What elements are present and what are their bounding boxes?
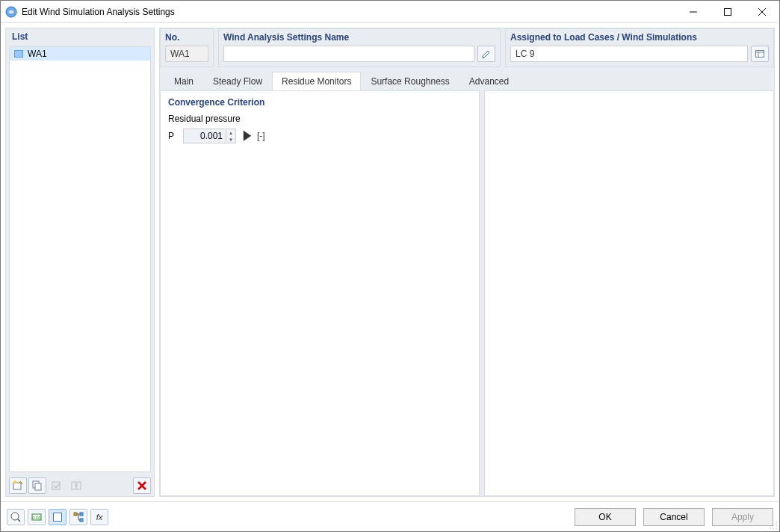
svg-rect-16 (756, 51, 764, 58)
dialog-window: Edit Wind Simulation Analysis Settings L… (0, 0, 780, 532)
function-button[interactable]: fx (90, 509, 108, 525)
no-field (165, 46, 208, 62)
tab-residue-monitors[interactable]: Residue Monitors (272, 72, 361, 90)
assigned-group: Assigned to Load Cases / Wind Simulation… (505, 28, 774, 67)
svg-rect-27 (80, 519, 83, 522)
no-label: No. (165, 32, 208, 43)
residual-pressure-spinner[interactable]: ▲ ▼ (183, 129, 236, 143)
svg-rect-24 (54, 513, 62, 521)
svg-point-34 (776, 525, 777, 526)
svg-point-35 (770, 528, 771, 529)
list-toolbar (6, 475, 154, 496)
tabs: Main Steady Flow Residue Monitors Surfac… (160, 72, 774, 90)
param-symbol: P (168, 131, 179, 141)
assigned-field[interactable] (510, 46, 748, 62)
content-pane-main: Convergence Criterion Residual pressure … (160, 90, 480, 496)
unit-label: [-] (257, 131, 265, 141)
list-panel: List WA1 (5, 28, 155, 497)
content-pane-side (484, 90, 774, 496)
check-item-button (48, 477, 66, 494)
spinner-up-button[interactable]: ▲ (226, 129, 235, 136)
tab-advanced[interactable]: Advanced (459, 72, 519, 90)
units-button[interactable]: 0.00 (28, 509, 46, 525)
copy-item-button[interactable] (28, 477, 46, 494)
svg-line-21 (18, 519, 21, 522)
header-fields-row: No. Wind Analysis Settings Name (160, 28, 774, 67)
tree-view-button[interactable] (69, 509, 87, 525)
edit-name-button[interactable] (477, 46, 495, 62)
list-header: List (6, 28, 154, 46)
help-button[interactable] (7, 509, 25, 525)
link-item-button (67, 477, 85, 494)
svg-point-33 (773, 525, 774, 526)
svg-rect-8 (35, 483, 41, 490)
section-title: Convergence Criterion (168, 97, 471, 108)
svg-rect-10 (72, 482, 75, 489)
residual-pressure-label: Residual pressure (168, 114, 471, 124)
main-panel: No. Wind Analysis Settings Name (159, 28, 775, 497)
minimize-button[interactable] (676, 1, 711, 22)
delete-item-button[interactable] (133, 477, 151, 494)
tab-main[interactable]: Main (164, 72, 203, 90)
residual-pressure-row: P ▲ ▼ [-] (168, 129, 471, 143)
tab-surface-roughness[interactable]: Surface Roughness (361, 72, 459, 90)
name-field[interactable] (223, 46, 474, 62)
content-row: Convergence Criterion Residual pressure … (160, 90, 774, 496)
dialog-body: List WA1 (1, 23, 779, 501)
list-item[interactable]: WA1 (10, 47, 150, 61)
list-body[interactable]: WA1 (9, 46, 151, 472)
window-title: Edit Wind Simulation Analysis Settings (22, 7, 676, 17)
value-menu-button[interactable] (242, 129, 253, 143)
dialog-footer: 0.00 fx OK Cancel Apply (1, 501, 779, 531)
svg-rect-11 (77, 482, 81, 489)
close-button[interactable] (745, 1, 779, 22)
svg-text:0.00: 0.00 (32, 515, 41, 519)
svg-rect-26 (80, 513, 83, 516)
ok-button[interactable]: OK (575, 508, 636, 526)
list-item-label: WA1 (28, 49, 47, 59)
new-item-button[interactable] (9, 477, 27, 494)
cancel-button[interactable]: Cancel (643, 508, 705, 526)
svg-rect-2 (725, 8, 731, 15)
svg-point-32 (776, 522, 777, 523)
window-controls (676, 1, 779, 22)
svg-point-36 (773, 528, 774, 529)
maximize-button[interactable] (711, 1, 745, 22)
name-label: Wind Analysis Settings Name (223, 32, 495, 43)
svg-point-37 (776, 528, 777, 529)
assigned-browse-button[interactable] (751, 46, 769, 62)
svg-rect-25 (74, 513, 77, 516)
assigned-label: Assigned to Load Cases / Wind Simulation… (510, 32, 769, 43)
name-group: Wind Analysis Settings Name (218, 28, 501, 67)
svg-text:fx: fx (96, 513, 103, 522)
view-toggle-button[interactable] (49, 509, 66, 525)
no-group: No. (160, 28, 214, 67)
svg-point-6 (13, 480, 16, 483)
residual-pressure-input[interactable] (184, 129, 226, 143)
resize-grip-icon[interactable] (769, 521, 778, 530)
tab-steady-flow[interactable]: Steady Flow (203, 72, 272, 90)
titlebar: Edit Wind Simulation Analysis Settings (1, 1, 779, 23)
svg-marker-19 (244, 131, 252, 141)
spinner-down-button[interactable]: ▼ (226, 136, 235, 143)
apply-button: Apply (712, 508, 773, 526)
list-item-color-icon (14, 50, 23, 58)
app-icon (5, 6, 17, 18)
